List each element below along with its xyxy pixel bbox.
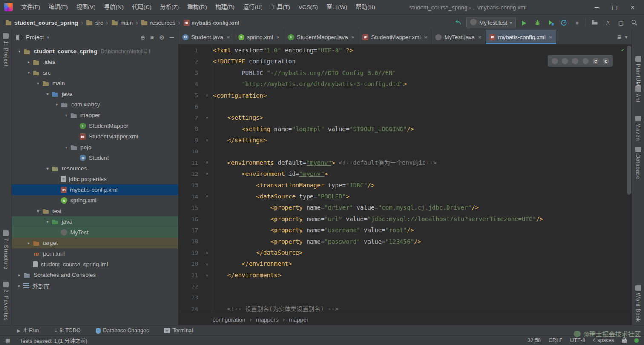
code-line[interactable]: <dataSource type="POOLED"> <box>213 191 632 202</box>
tree-item[interactable]: ▸外部库 <box>12 280 178 291</box>
editor-tab[interactable]: MyTest.java× <box>431 30 486 44</box>
tree-item[interactable]: student_course_spring.iml <box>12 259 178 270</box>
status-caret-position[interactable]: 32:58 <box>528 337 541 343</box>
tree-item[interactable]: sspring.xml <box>12 195 178 206</box>
tree-item[interactable]: ▾java <box>12 216 178 227</box>
code-line[interactable]: <property name="url" value="jdbc:mysql:/… <box>213 213 632 224</box>
edge-icon[interactable]: e <box>603 58 609 64</box>
tool-button-2-favorites[interactable]: 2: Favorites <box>3 282 9 321</box>
search-button[interactable] <box>630 18 639 27</box>
fold-collapse-icon[interactable]: ∨ <box>202 161 212 165</box>
translate-button[interactable]: A <box>603 18 612 27</box>
code-line[interactable]: <!-- 设置别名(为实体类设置别名) --> <box>213 303 632 313</box>
code-line[interactable]: PUBLIC "-//mybatis.org//DTD Config 3.0//… <box>213 67 632 78</box>
breadcrumb-item[interactable]: resources <box>141 19 175 26</box>
close-button[interactable]: × <box>624 0 641 14</box>
menu-item[interactable]: 窗口(W) <box>322 0 352 14</box>
tab-close-icon[interactable]: × <box>227 34 230 40</box>
tree-item[interactable]: ▸Scratches and Consoles <box>12 270 178 280</box>
code-line[interactable]: <property name="driver" value="com.mysql… <box>213 202 632 213</box>
minimize-button[interactable]: ─ <box>588 0 606 14</box>
scrollbar-thumb[interactable] <box>627 46 631 195</box>
code-area[interactable]: 12345∨67∨89∧1011∨12∨1314∨1516171819∧20∧2… <box>178 45 632 313</box>
tree-collapsed-icon[interactable]: ▸ <box>15 273 23 277</box>
code-line[interactable] <box>213 292 632 303</box>
fold-end-icon[interactable]: ∧ <box>202 262 212 266</box>
tree-collapsed-icon[interactable]: ▸ <box>25 60 33 64</box>
breadcrumb-item[interactable]: src <box>86 19 103 26</box>
tool-button-1-project[interactable]: 1: Project <box>3 33 9 67</box>
tree-expanded-icon[interactable]: ▾ <box>25 70 33 75</box>
code-line[interactable] <box>213 281 632 292</box>
open-folder-button[interactable] <box>590 18 599 27</box>
tree-item[interactable]: CStudent <box>12 152 178 163</box>
tool-button-word-book[interactable]: Word Book <box>632 285 644 322</box>
tree-item[interactable]: ▾mapper <box>12 110 178 121</box>
tree-expanded-icon[interactable]: ▾ <box>15 49 23 54</box>
code-line[interactable]: <property name="username" value="root"/> <box>213 224 632 236</box>
tree-item[interactable]: ▾main <box>12 78 178 89</box>
tool-windows-toggle-icon[interactable]: ▦ <box>5 337 10 344</box>
tree-item[interactable]: ▸target <box>12 238 178 248</box>
fold-collapse-icon[interactable]: ∨ <box>202 116 212 120</box>
profiler-button[interactable] <box>559 18 569 27</box>
breadcrumb-item[interactable]: mmybatis-config.xml <box>184 20 239 26</box>
code-line[interactable] <box>213 146 632 157</box>
status-green-indicator-icon[interactable] <box>634 338 639 343</box>
code-line[interactable]: <?xml version="1.0" encoding="UTF-8" ?> <box>213 45 632 56</box>
menu-item[interactable]: VCS(S) <box>294 0 322 14</box>
tree-expanded-icon[interactable]: ▾ <box>43 166 52 171</box>
tool-button-database[interactable]: Database <box>632 147 644 179</box>
editor-tab[interactable]: mStudentMapper.xml× <box>359 30 431 44</box>
ie-icon[interactable]: e <box>592 58 599 64</box>
menu-item[interactable]: 代码(C) <box>128 0 156 14</box>
menu-item[interactable]: 工具(T) <box>267 0 294 14</box>
chevron-down-icon[interactable]: ▾ <box>625 34 627 40</box>
hide-icon[interactable]: ─ <box>170 34 174 41</box>
tree-expanded-icon[interactable]: ▾ <box>43 92 52 96</box>
chrome-icon[interactable] <box>552 58 558 64</box>
editor-tab[interactable]: IStudentMapper.java× <box>284 30 359 44</box>
tab-close-icon[interactable]: × <box>424 34 428 40</box>
tree-expanded-icon[interactable]: ▾ <box>53 102 61 107</box>
project-panel-title[interactable]: Project <box>26 34 44 40</box>
run-button[interactable]: ▶ <box>520 18 529 27</box>
code-line[interactable] <box>213 101 632 112</box>
status-file-encoding[interactable]: UTF-8 <box>570 337 585 343</box>
editor-tab[interactable]: sspring.xml× <box>234 30 284 44</box>
fold-collapse-icon[interactable]: ∨ <box>202 93 212 98</box>
menu-item[interactable]: 运行(U) <box>239 0 267 14</box>
locate-icon[interactable]: ⊕ <box>141 34 146 41</box>
breadcrumb-item[interactable]: student_course_spring <box>5 19 78 26</box>
tree-collapsed-icon[interactable]: ▸ <box>25 241 33 245</box>
menu-item[interactable]: 帮助(H) <box>351 0 380 14</box>
code-line[interactable]: <setting name="logImpl" value="STDOUT_LO… <box>213 124 632 135</box>
tree-item[interactable]: ▾java <box>12 89 178 99</box>
tab-close-icon[interactable]: × <box>549 34 552 40</box>
breadcrumb-item[interactable]: main <box>111 19 133 26</box>
stop-button[interactable]: ■ <box>572 18 582 27</box>
tool-window-button-6-todo[interactable]: ≡6: TODO <box>54 328 80 334</box>
code-line[interactable]: <property name="password" value="123456"… <box>213 236 632 247</box>
tool-button-ant[interactable]: Ant <box>632 86 644 103</box>
code-line[interactable]: <environment id="myenv"> <box>213 168 632 179</box>
tab-close-icon[interactable]: × <box>478 34 482 40</box>
tree-collapsed-icon[interactable]: ▸ <box>15 283 23 288</box>
tree-item[interactable]: mmybatis-config.xml <box>12 184 178 195</box>
tree-item[interactable]: ▾pojo <box>12 142 178 152</box>
editor-breadcrumb-item[interactable]: mappers <box>256 316 279 323</box>
run-config-selector[interactable]: MyTest.test ▾ <box>466 17 516 28</box>
inspections-ok-icon[interactable]: ✓ <box>621 46 625 53</box>
fold-end-icon[interactable]: ∧ <box>202 138 212 142</box>
code-line[interactable]: </environment> <box>213 258 632 269</box>
tab-close-icon[interactable]: × <box>276 34 280 40</box>
code-line[interactable]: </environments> <box>213 270 632 281</box>
fold-collapse-icon[interactable]: ∨ <box>202 172 212 176</box>
menu-item[interactable]: 重构(R) <box>183 0 211 14</box>
code-line[interactable]: <environments default="myenv"> <!--defau… <box>213 157 632 168</box>
menu-item[interactable]: 导航(N) <box>100 0 128 14</box>
firefox-icon[interactable] <box>562 58 568 64</box>
tree-item[interactable]: ▸.idea <box>12 57 178 67</box>
tree-item[interactable]: ▾test <box>12 206 178 216</box>
chevron-down-icon[interactable]: ▾ <box>47 35 49 40</box>
